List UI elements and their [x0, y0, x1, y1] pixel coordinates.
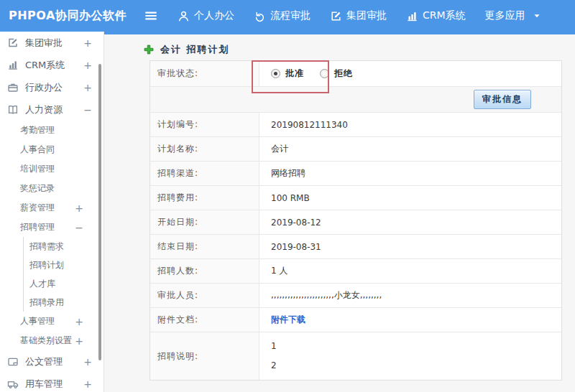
sidebar-item-label: 招聘管理: [20, 221, 55, 233]
nav-item-label: 流程审批: [270, 9, 310, 22]
sidebar-item-training[interactable]: 培训管理: [0, 159, 104, 179]
expand-icon[interactable]: +: [83, 60, 92, 70]
row-label: 开始日期:: [150, 210, 259, 234]
sidebar-item-salary[interactable]: 薪资管理+: [0, 198, 104, 218]
table-row: 招聘人数:1 人: [150, 259, 561, 284]
row-value: 附件下载: [259, 308, 561, 332]
bar-chart-icon: [406, 10, 418, 22]
row-label: 审批状态:: [150, 61, 259, 86]
sidebar-item-rewards[interactable]: 奖惩记录: [0, 179, 104, 198]
sidebar: 集团审批+CRM系统+行政办公+人力资源−考勤管理人事合同培训管理奖惩记录薪资管…: [0, 32, 104, 392]
truck-icon: [7, 378, 19, 390]
radio-button-icon[interactable]: [320, 69, 329, 78]
row-value: 1 人: [259, 259, 561, 283]
document-icon: [7, 356, 19, 368]
row-label: 审批人员:: [150, 284, 259, 307]
briefcase-icon: [7, 82, 19, 93]
expand-icon[interactable]: +: [83, 83, 92, 93]
collapse-icon[interactable]: −: [83, 105, 92, 115]
row-label: 招聘人数:: [150, 259, 259, 283]
row-label: 计划名称:: [150, 137, 259, 161]
row-value: ,,,,,,,,,,,,,,,,,,,,,,,小龙女,,,,,,,,: [259, 284, 561, 307]
person-icon: [178, 10, 190, 22]
sidebar-item-label: 招聘需求: [29, 241, 64, 253]
sidebar-scrollbar[interactable]: [98, 64, 101, 360]
approval-info-button[interactable]: 审批信息: [474, 90, 531, 109]
row-value: 100 RMB: [259, 186, 561, 210]
nav-item-workflow-approval[interactable]: 流程审批: [254, 9, 310, 22]
sidebar-item-label: 用车管理: [25, 378, 63, 391]
sidebar-item-label: 人事管理: [20, 315, 55, 327]
row-label: 计划编号:: [150, 113, 259, 136]
sidebar-item-base-category[interactable]: 基础类别设置+: [0, 331, 104, 350]
nav-item-label: 集团审批: [346, 9, 387, 22]
plus-icon: [144, 45, 154, 55]
sidebar-item-label: 招聘计划: [29, 259, 64, 271]
caret-down-icon[interactable]: [533, 11, 541, 20]
sidebar-item-document-mgmt[interactable]: 公文管理+: [0, 350, 104, 373]
page-title: 会计 招聘计划: [160, 43, 230, 56]
topbar: PHPOA协同办公软件 个人办公流程审批集团审批CRM系统更多应用: [0, 0, 575, 32]
row-value-line: 2: [271, 356, 561, 375]
sidebar-item-personnel[interactable]: 人事管理+: [0, 312, 104, 331]
sidebar-item-crm-system[interactable]: CRM系统+: [0, 54, 104, 76]
row-value: 12: [259, 332, 561, 380]
table-row: 附件文档:附件下载: [150, 308, 561, 332]
sidebar-item-recruit-hire[interactable]: 招聘录用: [23, 293, 104, 312]
table-row: 招聘费用:100 RMB: [150, 186, 561, 210]
sidebar-item-label: 基础类别设置: [20, 335, 72, 347]
row-value: 会计: [259, 137, 561, 161]
hamburger-icon[interactable]: [144, 9, 158, 23]
nav-item-label: 更多应用: [485, 9, 525, 22]
row-value: 2019-08-12: [259, 210, 561, 234]
nav-item-more-apps[interactable]: 更多应用: [485, 9, 541, 22]
nav-item-crm-system[interactable]: CRM系统: [406, 9, 466, 22]
sidebar-menu: 集团审批+CRM系统+行政办公+人力资源−考勤管理人事合同培训管理奖惩记录薪资管…: [0, 32, 104, 392]
sidebar-item-recruit-plan[interactable]: 招聘计划: [23, 256, 104, 274]
expand-icon[interactable]: +: [83, 38, 92, 48]
sidebar-item-label: 公文管理: [25, 355, 63, 368]
detail-rows: 计划编号:20190812111340计划名称:会计招聘渠道:网络招聘招聘费用:…: [150, 113, 561, 380]
sidebar-item-group-approval[interactable]: 集团审批+: [0, 32, 104, 54]
expand-icon[interactable]: +: [83, 357, 92, 367]
row-value: 网络招聘: [259, 162, 561, 185]
sidebar-item-vehicle-mgmt[interactable]: 用车管理+: [0, 373, 104, 392]
recruit-plan-detail-table: 审批状态: 批准拒绝 审批信息 计划编号:20190812111340计划名称:…: [150, 60, 562, 381]
sidebar-item-talent-pool[interactable]: 人才库: [23, 274, 104, 293]
expand-icon[interactable]: +: [83, 379, 92, 389]
attachment-download-link[interactable]: 附件下载: [271, 314, 305, 326]
sidebar-item-attendance[interactable]: 考勤管理: [0, 121, 104, 140]
approval-status-radios: 批准拒绝: [271, 67, 369, 80]
page-title-row: 会计 招聘计划: [144, 43, 230, 56]
radio-approve[interactable]: 批准: [271, 67, 304, 80]
sidebar-item-recruitment[interactable]: 招聘管理−: [0, 218, 104, 237]
topbar-nav: 个人办公流程审批集团审批CRM系统更多应用: [158, 9, 541, 22]
row-value-line: 1: [271, 337, 561, 356]
row-value: 20190812111340: [259, 113, 561, 136]
sidebar-item-admin-office[interactable]: 行政办公+: [0, 76, 104, 98]
radio-button-icon[interactable]: [271, 69, 280, 78]
nav-item-personal-office[interactable]: 个人办公: [178, 9, 234, 22]
radio-label: 拒绝: [334, 67, 353, 80]
expand-icon[interactable]: +: [75, 203, 83, 213]
history-icon: [254, 10, 266, 22]
sidebar-item-label: CRM系统: [25, 59, 65, 72]
nav-item-label: CRM系统: [423, 9, 466, 22]
radio-reject[interactable]: 拒绝: [320, 67, 353, 80]
sidebar-item-label: 考勤管理: [20, 124, 55, 136]
row-label: 招聘说明:: [150, 332, 259, 380]
table-row: 招聘说明:12: [150, 332, 561, 380]
nav-item-group-approval[interactable]: 集团审批: [330, 9, 387, 22]
sidebar-item-label: 薪资管理: [20, 202, 55, 214]
sidebar-item-recruit-demand[interactable]: 招聘需求: [23, 237, 104, 256]
sidebar-item-hr-contract[interactable]: 人事合同: [0, 140, 104, 159]
expand-icon[interactable]: +: [75, 336, 83, 346]
approval-status-row: 审批状态: 批准拒绝: [150, 61, 561, 87]
edit-square-icon: [7, 37, 19, 49]
bar-chart-icon: [7, 60, 19, 71]
collapse-icon[interactable]: −: [75, 223, 83, 233]
expand-icon[interactable]: +: [75, 317, 83, 327]
sidebar-item-label: 人力资源: [25, 103, 63, 116]
table-row: 审批人员:,,,,,,,,,,,,,,,,,,,,,,,小龙女,,,,,,,,: [150, 284, 561, 308]
sidebar-item-human-resources[interactable]: 人力资源−: [0, 98, 104, 121]
